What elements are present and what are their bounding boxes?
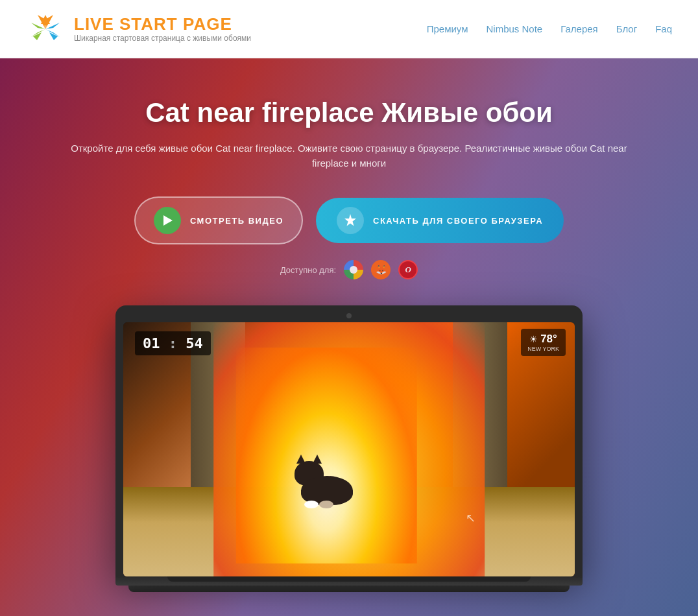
clock-hours: 01 xyxy=(143,335,160,351)
play-icon-circle xyxy=(154,207,181,234)
available-label: Доступно для: xyxy=(280,265,336,275)
laptop-mockup: 01 : 54 ☀ 78° NEW YORK ↖ xyxy=(115,305,583,592)
download-button[interactable]: СКАЧАТЬ ДЛЯ СВОЕГО БРАУЗЕРА xyxy=(316,198,564,243)
screen-clock: 01 : 54 xyxy=(135,331,211,355)
hero-buttons: СМОТРЕТЬ ВИДЕО СКАЧАТЬ ДЛЯ СВОЕГО БРАУЗЕ… xyxy=(134,196,564,244)
screen-weather: ☀ 78° NEW YORK xyxy=(521,329,566,356)
available-for: Доступно для: 🦊 O xyxy=(280,260,418,279)
hero-section: Cat near fireplace Живые обои Откройте д… xyxy=(0,58,698,616)
laptop-camera xyxy=(346,313,352,318)
cat-ear-left xyxy=(296,455,306,464)
laptop-body: 01 : 54 ☀ 78° NEW YORK ↖ xyxy=(115,305,583,576)
cat-silhouette xyxy=(295,460,372,505)
clock-colon: : xyxy=(160,335,186,351)
watch-video-label: СМОТРЕТЬ ВИДЕО xyxy=(190,216,283,226)
watch-video-button[interactable]: СМОТРЕТЬ ВИДЕО xyxy=(134,196,303,244)
logo-area: LIVE START PAGE Шикарная стартовая стран… xyxy=(26,10,251,49)
logo-title: LIVE START PAGE xyxy=(74,15,251,34)
hero-content: Cat near fireplace Живые обои Откройте д… xyxy=(26,97,672,592)
download-icon-circle xyxy=(337,207,364,234)
weather-temp: 78° xyxy=(540,333,557,345)
logo-subtitle: Шикарная стартовая страница с живыми обо… xyxy=(74,34,251,43)
flame-area xyxy=(123,322,575,576)
cat-body xyxy=(301,476,353,505)
laptop-hinge xyxy=(167,576,531,582)
nav-faq[interactable]: Faq xyxy=(655,23,672,34)
svg-point-6 xyxy=(42,25,49,33)
logo-icon xyxy=(26,10,65,49)
nav-nimbus-note[interactable]: Nimbus Note xyxy=(486,23,542,34)
hero-title: Cat near fireplace Живые обои xyxy=(145,97,553,128)
laptop-bottom-edge xyxy=(128,586,570,592)
hero-description: Откройте для себя живые обои Cat near fi… xyxy=(57,141,641,171)
main-nav: Премиум Nimbus Note Галерея Блог Faq xyxy=(427,23,672,34)
nav-blog[interactable]: Блог xyxy=(616,23,637,34)
weather-city: NEW YORK xyxy=(527,346,559,352)
nav-premium[interactable]: Премиум xyxy=(427,23,468,34)
weather-icon: ☀ 78° xyxy=(527,333,559,346)
screen-content: 01 : 54 ☀ 78° NEW YORK ↖ xyxy=(123,322,575,576)
play-triangle-icon xyxy=(163,215,173,226)
nav-gallery[interactable]: Галерея xyxy=(560,23,598,34)
laptop-base xyxy=(115,576,583,586)
screen-cursor: ↖ xyxy=(466,511,475,525)
cat-ear-right xyxy=(313,455,322,464)
download-label: СКАЧАТЬ ДЛЯ СВОЕГО БРАУЗЕРА xyxy=(373,216,543,226)
star-icon xyxy=(343,213,358,228)
firefox-icon[interactable]: 🦊 xyxy=(371,260,391,279)
laptop-screen: 01 : 54 ☀ 78° NEW YORK ↖ xyxy=(123,322,575,576)
clock-minutes: 54 xyxy=(186,335,203,351)
logo-text-block: LIVE START PAGE Шикарная стартовая стран… xyxy=(74,15,251,43)
chrome-icon[interactable] xyxy=(344,260,363,279)
flame-bg2 xyxy=(236,348,416,563)
opera-icon[interactable]: O xyxy=(398,260,418,279)
header: LIVE START PAGE Шикарная стартовая стран… xyxy=(0,0,698,58)
